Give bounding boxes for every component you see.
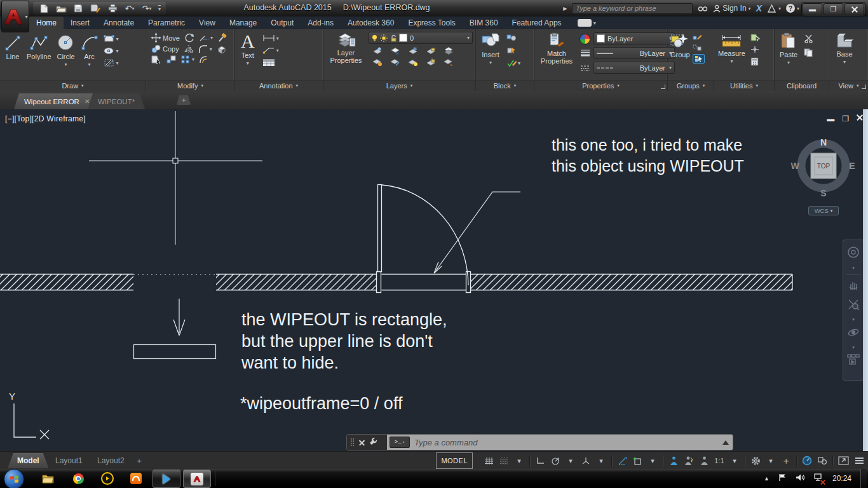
mirror-icon[interactable]	[184, 44, 194, 53]
properties-dialog-launcher[interactable]	[661, 85, 665, 89]
drawing-canvas[interactable]: Y [−][Top][2D Wireframe] ▬ ❐ this one to…	[0, 109, 868, 451]
osnap-tracking-icon[interactable]	[617, 454, 627, 467]
erase-icon[interactable]	[217, 33, 227, 43]
file-tab-wipeout[interactable]: WIPEOUT*	[88, 93, 145, 109]
workspace-dropdown-icon[interactable]: ▾	[766, 454, 776, 467]
network-icon[interactable]	[814, 473, 824, 484]
panel-properties-footer[interactable]: Properties▾	[534, 80, 667, 91]
isodraft-dropdown-icon[interactable]: ▾	[596, 454, 606, 467]
hardware-acceleration-icon[interactable]	[802, 454, 812, 467]
arc-button[interactable]: Arc▾	[81, 33, 98, 69]
new-file-icon[interactable]	[38, 3, 50, 13]
panel-annotation-footer[interactable]: Annotation▾	[234, 80, 323, 91]
redo-button[interactable]: ↷▾	[141, 3, 153, 13]
paste-button[interactable]: Paste▾	[780, 32, 797, 67]
help-dropdown-icon[interactable]: ▾	[797, 6, 799, 11]
polar-tracking-icon[interactable]	[550, 454, 560, 467]
model-space-toggle[interactable]: MODEL	[436, 452, 473, 469]
sign-in-button[interactable]: Sign In ▾	[713, 4, 750, 13]
media-player-button[interactable]	[153, 470, 180, 488]
offset-icon[interactable]	[199, 55, 209, 64]
tab-output[interactable]: Output	[264, 17, 301, 29]
annotation-autoscale-icon[interactable]	[684, 454, 694, 467]
pan-icon[interactable]	[847, 279, 860, 294]
tab-manage[interactable]: Manage	[222, 17, 264, 29]
qat-customize-icon[interactable]: ▾	[158, 5, 161, 12]
text-button[interactable]: A Text▾	[241, 32, 255, 67]
autocad-taskbar-button[interactable]	[183, 470, 211, 488]
layer-properties-button[interactable]: Layer Properties	[327, 32, 365, 64]
exchange-apps-icon[interactable]: X	[756, 3, 762, 13]
command-input[interactable]	[413, 437, 719, 448]
volume-icon[interactable]	[796, 473, 805, 484]
tab-insert[interactable]: Insert	[64, 17, 97, 29]
panel-clipboard-footer[interactable]: Clipboard	[775, 80, 829, 91]
ortho-icon[interactable]	[535, 454, 545, 467]
media-app-icon[interactable]	[100, 471, 114, 485]
tab-autodesk360[interactable]: Autodesk 360	[341, 17, 401, 29]
layer-lock-icon[interactable]	[426, 46, 436, 55]
show-desktop-button[interactable]	[860, 469, 867, 488]
start-button[interactable]	[4, 469, 24, 488]
zoom-dropdown-icon[interactable]: ▾	[852, 317, 855, 322]
save-as-icon[interactable]	[90, 3, 101, 13]
model-tab[interactable]: Model	[8, 453, 49, 468]
ungroup-icon[interactable]	[693, 44, 705, 51]
panel-block-footer[interactable]: Block▾	[476, 80, 534, 91]
showmotion-icon[interactable]	[847, 354, 860, 368]
new-layout-button[interactable]: ＋	[130, 453, 149, 468]
cut-icon[interactable]	[804, 34, 813, 43]
tab-home[interactable]: Home	[29, 17, 64, 29]
scale-dropdown-icon[interactable]: ▾	[729, 454, 740, 467]
make-current-layer-icon[interactable]	[444, 46, 454, 55]
polyline-button[interactable]: Polyline	[27, 33, 51, 60]
help-button[interactable]: ? ▾	[786, 4, 799, 13]
ribbon-display-toggle[interactable]: ▾	[578, 17, 596, 29]
layer-unisolate-icon[interactable]	[408, 58, 418, 67]
measure-button[interactable]: Measure▾	[718, 32, 745, 65]
snap-dropdown-icon[interactable]: ▾	[514, 454, 524, 467]
search-icon[interactable]	[698, 4, 708, 12]
layer-previous-icon[interactable]	[390, 58, 400, 67]
scale-icon[interactable]	[166, 55, 176, 64]
copy-button[interactable]: Copy	[151, 44, 179, 54]
status-menu-icon[interactable]	[854, 454, 864, 467]
panel-groups-footer[interactable]: Groups▾	[668, 80, 714, 91]
customization-plus-icon[interactable]: ＋	[781, 454, 791, 467]
tab-view[interactable]: View	[192, 17, 222, 29]
array-button[interactable]: ▾	[180, 55, 194, 64]
layer-match-icon[interactable]	[372, 58, 383, 67]
tab-express-tools[interactable]: Express Tools	[401, 17, 462, 29]
isolate-objects-icon[interactable]	[817, 454, 827, 467]
lineweight-icon[interactable]	[580, 48, 590, 59]
zoom-extents-icon[interactable]	[847, 298, 860, 313]
move-button[interactable]: Move	[151, 32, 180, 43]
tab-add-ins[interactable]: Add-ins	[301, 17, 341, 29]
orbit-icon[interactable]	[847, 326, 860, 341]
command-bar-close-icon[interactable]	[359, 440, 365, 445]
search-collapse-icon[interactable]: ▸	[563, 4, 567, 13]
file-tab-close-icon[interactable]: ✕	[85, 98, 90, 105]
wheel-dropdown-icon[interactable]: ▾	[852, 266, 855, 271]
ellipse-button[interactable]: ▾	[104, 47, 119, 55]
wcs-selector[interactable]: WCS▾	[808, 206, 839, 215]
layer-select-combo[interactable]: 0 ▾	[369, 32, 473, 44]
group-edit-icon[interactable]	[693, 34, 705, 41]
quick-select-icon[interactable]	[750, 33, 760, 41]
manage-attributes-icon[interactable]: ▾	[506, 59, 520, 67]
restore-button[interactable]: ❐	[824, 3, 843, 15]
new-drawing-tab-button[interactable]: ＋	[177, 95, 191, 105]
command-customize-icon[interactable]	[369, 437, 378, 448]
layer-off-icon[interactable]	[372, 46, 383, 55]
trim-button[interactable]: ▾	[199, 34, 213, 42]
tab-featured-apps[interactable]: Featured Apps	[505, 17, 569, 29]
table-icon[interactable]	[262, 58, 279, 67]
tray-expand-icon[interactable]: ▲	[764, 475, 770, 482]
annotation-scale-value[interactable]: 1:1	[714, 454, 724, 467]
sign-in-dropdown-icon[interactable]: ▾	[749, 6, 751, 11]
minimize-button[interactable]: ▬	[803, 3, 822, 15]
panel-utilities-footer[interactable]: Utilities▾	[714, 80, 774, 91]
navigation-wheel-icon[interactable]	[846, 245, 860, 262]
group-button[interactable]: Group	[670, 32, 690, 58]
search-input[interactable]	[572, 3, 693, 14]
